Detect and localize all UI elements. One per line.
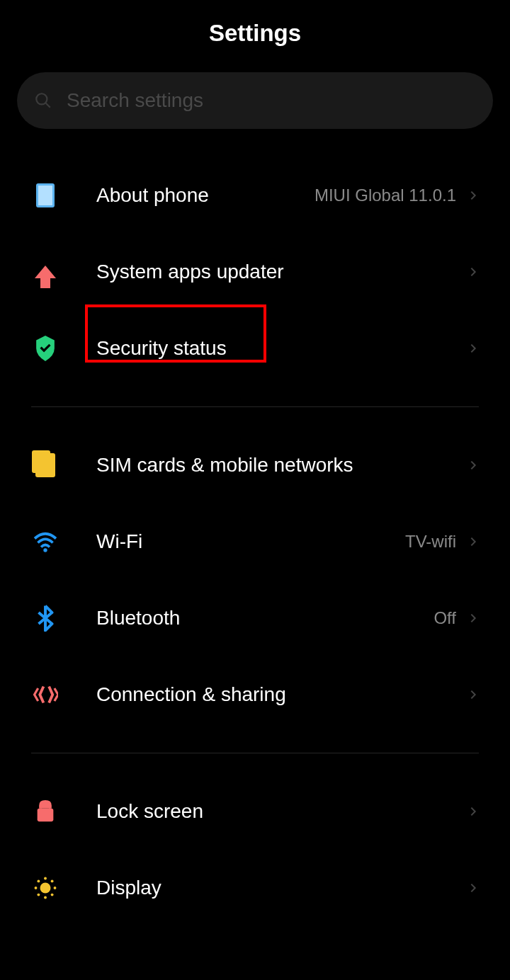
chevron-right-icon — [468, 689, 479, 700]
item-label: About phone — [96, 184, 314, 207]
item-value: MIUI Global 11.0.1 — [314, 186, 456, 205]
item-label: Wi-Fi — [96, 530, 405, 553]
arrow-up-icon — [31, 258, 60, 286]
sharing-icon — [31, 680, 60, 709]
item-label: Display — [96, 877, 468, 899]
svg-point-0 — [36, 93, 47, 104]
sim-icon — [31, 451, 60, 479]
header: Settings — [0, 0, 510, 72]
svg-point-11 — [37, 894, 40, 896]
settings-item-sim-cards[interactable]: SIM cards & mobile networks — [0, 427, 510, 503]
svg-point-5 — [44, 877, 47, 880]
svg-rect-3 — [38, 809, 54, 821]
settings-list: About phone MIUI Global 11.0.1 System ap… — [0, 129, 510, 926]
settings-item-system-apps-updater[interactable]: System apps updater — [0, 234, 510, 310]
item-value: TV-wifi — [405, 532, 456, 552]
chevron-right-icon — [468, 460, 479, 471]
item-label: Connection & sharing — [96, 683, 468, 706]
wifi-icon — [31, 528, 60, 556]
svg-point-10 — [51, 879, 54, 882]
page-title: Settings — [0, 20, 510, 47]
bluetooth-icon — [31, 604, 60, 632]
chevron-right-icon — [468, 882, 479, 894]
settings-item-display[interactable]: Display — [0, 850, 510, 926]
svg-line-1 — [45, 103, 50, 108]
settings-item-connection-sharing[interactable]: Connection & sharing — [0, 656, 510, 733]
settings-item-security-status[interactable]: Security status — [0, 310, 510, 387]
shield-icon — [31, 334, 60, 363]
settings-item-lock-screen[interactable]: Lock screen — [0, 773, 510, 850]
search-placeholder: Search settings — [67, 89, 203, 112]
divider — [31, 406, 479, 407]
divider — [31, 753, 479, 753]
display-icon — [31, 874, 60, 902]
chevron-right-icon — [468, 190, 479, 201]
settings-item-wifi[interactable]: Wi-Fi TV-wifi — [0, 503, 510, 580]
item-label: Lock screen — [96, 800, 468, 823]
settings-item-about-phone[interactable]: About phone MIUI Global 11.0.1 — [0, 157, 510, 234]
chevron-right-icon — [468, 266, 479, 278]
lock-icon — [31, 797, 60, 826]
svg-point-4 — [40, 883, 51, 894]
item-label: SIM cards & mobile networks — [96, 454, 468, 477]
item-label: Security status — [96, 337, 468, 360]
item-value: Off — [434, 608, 456, 628]
search-bar[interactable]: Search settings — [17, 72, 493, 129]
svg-point-2 — [43, 548, 47, 552]
svg-point-7 — [35, 887, 38, 889]
svg-point-6 — [44, 896, 47, 899]
item-label: System apps updater — [96, 261, 468, 283]
item-label: Bluetooth — [96, 607, 434, 629]
chevron-right-icon — [468, 806, 479, 817]
svg-point-8 — [54, 887, 57, 889]
chevron-right-icon — [468, 612, 479, 624]
svg-point-9 — [37, 879, 40, 882]
search-icon — [34, 91, 52, 110]
svg-point-12 — [51, 894, 54, 896]
chevron-right-icon — [468, 536, 479, 547]
settings-item-bluetooth[interactable]: Bluetooth Off — [0, 580, 510, 656]
phone-icon — [31, 181, 60, 210]
chevron-right-icon — [468, 343, 479, 354]
